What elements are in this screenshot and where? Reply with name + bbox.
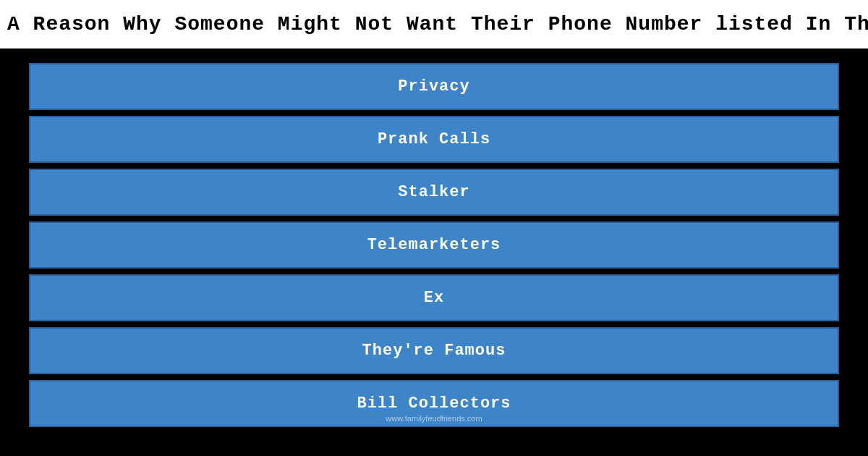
watermark: www.familyfeudfriends.com: [386, 414, 482, 423]
answer-row-6[interactable]: They're Famous: [29, 327, 839, 374]
answer-row-3[interactable]: Stalker: [29, 169, 839, 216]
answer-text-2: Prank Calls: [378, 130, 490, 148]
answer-text-7: Bill Collectors: [357, 394, 511, 413]
answer-text-6: They're Famous: [362, 342, 506, 360]
answer-text-3: Stalker: [398, 183, 469, 201]
title-bar: A Reason Why Someone Might Not Want Thei…: [0, 0, 868, 48]
title-text: A Reason Why Someone Might Not Want Thei…: [7, 13, 868, 35]
answer-text-5: Ex: [424, 289, 444, 307]
answer-row-5[interactable]: Ex: [29, 274, 839, 321]
answer-row-2[interactable]: Prank Calls: [29, 116, 839, 163]
answer-row-1[interactable]: Privacy: [29, 63, 839, 110]
answer-row-7[interactable]: Bill Collectorswww.familyfeudfriends.com: [29, 380, 839, 427]
answer-text-4: Telemarketers: [367, 236, 501, 254]
answer-row-4[interactable]: Telemarketers: [29, 221, 839, 269]
answers-container: PrivacyPrank CallsStalkerTelemarketersEx…: [0, 48, 868, 442]
answer-text-1: Privacy: [398, 77, 469, 96]
